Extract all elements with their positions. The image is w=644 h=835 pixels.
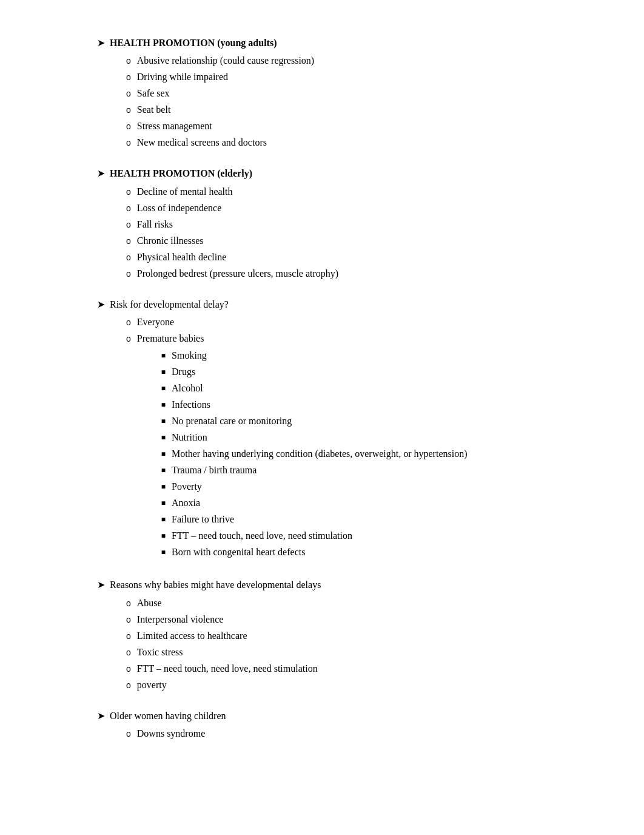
item-text: Abuse xyxy=(137,596,162,610)
level1-label: Reasons why babies might have developmen… xyxy=(110,578,321,592)
level2-list: o Abuse o Interpersonal violence o Limit… xyxy=(126,596,595,692)
item-text: poverty xyxy=(137,678,167,692)
circle-icon: o xyxy=(126,646,131,659)
item-text: Chronic illnesses xyxy=(137,234,204,248)
list-item: ■ Poverty xyxy=(161,479,468,494)
item-text: Driving while impaired xyxy=(137,70,228,84)
list-item: o Stress management xyxy=(126,119,595,134)
section-reasons-developmental-delays: ➤ Reasons why babies might have developm… xyxy=(97,578,595,692)
item-text: Seat belt xyxy=(137,103,171,117)
item-text: Smoking xyxy=(172,348,207,363)
list-item: o Loss of independence xyxy=(126,201,595,215)
list-item: o Seat belt xyxy=(126,103,595,117)
list-item: o Physical health decline xyxy=(126,250,595,265)
item-text: Physical health decline xyxy=(137,250,227,265)
square-icon: ■ xyxy=(161,481,166,492)
list-item: o New medical screens and doctors xyxy=(126,135,595,150)
document-content: ➤ HEALTH PROMOTION (young adults) o Abus… xyxy=(97,36,595,741)
list-item: ■ No prenatal care or monitoring xyxy=(161,414,468,428)
list-item: ■ Nutrition xyxy=(161,430,468,445)
list-item: ■ Anoxia xyxy=(161,496,468,510)
item-with-subitems: Premature babies ■ Smoking ■ Drugs ■ Alc xyxy=(137,331,468,561)
square-icon: ■ xyxy=(161,530,166,541)
circle-icon: o xyxy=(126,104,131,117)
square-icon: ■ xyxy=(161,416,166,427)
list-item: ■ Failure to thrive xyxy=(161,512,468,527)
level1-item: ➤ Risk for developmental delay? xyxy=(97,298,595,311)
list-item: ■ Infections xyxy=(161,397,468,412)
item-text: Anoxia xyxy=(172,496,200,510)
level1-label: Older women having children xyxy=(110,709,226,723)
item-text: New medical screens and doctors xyxy=(137,135,267,150)
level1-label: HEALTH PROMOTION (young adults) xyxy=(110,36,277,50)
level3-list: ■ Smoking ■ Drugs ■ Alcohol ■ xyxy=(161,348,468,559)
list-item: o Chronic illnesses xyxy=(126,234,595,248)
item-text: Born with congenital heart defects xyxy=(172,545,305,559)
square-icon: ■ xyxy=(161,367,166,377)
item-text: Decline of mental health xyxy=(137,184,233,199)
list-item: ■ Drugs xyxy=(161,365,468,379)
level2-list: o Everyone o Premature babies ■ Smoking … xyxy=(126,315,595,561)
section-risk-developmental-delay: ➤ Risk for developmental delay? o Everyo… xyxy=(97,298,595,561)
level1-label: Risk for developmental delay? xyxy=(110,298,229,311)
item-text: Loss of independence xyxy=(137,201,222,215)
arrow-icon: ➤ xyxy=(97,579,105,590)
circle-icon: o xyxy=(126,186,131,198)
circle-icon: o xyxy=(126,268,131,280)
circle-icon: o xyxy=(126,614,131,626)
list-item: o Abuse xyxy=(126,596,595,610)
item-text: Interpersonal violence xyxy=(137,612,224,627)
list-item: o Fall risks xyxy=(126,217,595,232)
circle-icon: o xyxy=(126,251,131,264)
square-icon: ■ xyxy=(161,547,166,558)
item-text: Prolonged bedrest (pressure ulcers, musc… xyxy=(137,266,338,281)
list-item: o Decline of mental health xyxy=(126,184,595,199)
circle-icon: o xyxy=(126,87,131,100)
arrow-icon: ➤ xyxy=(97,167,105,179)
circle-icon: o xyxy=(126,218,131,231)
circle-icon: o xyxy=(126,333,131,345)
circle-icon: o xyxy=(126,202,131,215)
circle-icon: o xyxy=(126,71,131,84)
item-text: Fall risks xyxy=(137,217,173,232)
list-item: o Prolonged bedrest (pressure ulcers, mu… xyxy=(126,266,595,281)
square-icon: ■ xyxy=(161,432,166,443)
item-text: Limited access to healthcare xyxy=(137,629,247,643)
square-icon: ■ xyxy=(161,514,166,525)
list-item: ■ Alcohol xyxy=(161,381,468,396)
item-text: Premature babies xyxy=(137,333,204,343)
list-item: ■ FTT – need touch, need love, need stim… xyxy=(161,529,468,543)
circle-icon: o xyxy=(126,728,131,740)
section-older-women: ➤ Older women having children o Downs sy… xyxy=(97,709,595,741)
item-text: Alcohol xyxy=(172,381,203,396)
circle-icon: o xyxy=(126,679,131,692)
list-item: o Safe sex xyxy=(126,86,595,101)
item-text: Mother having underlying condition (diab… xyxy=(172,447,467,461)
circle-icon: o xyxy=(126,597,131,610)
item-text: Downs syndrome xyxy=(137,726,205,741)
square-icon: ■ xyxy=(161,350,166,361)
circle-icon: o xyxy=(126,235,131,248)
item-text: Stress management xyxy=(137,119,212,134)
level1-item: ➤ Older women having children xyxy=(97,709,595,723)
list-item: o poverty xyxy=(126,678,595,692)
circle-icon: o xyxy=(126,137,131,149)
section-health-promotion-young: ➤ HEALTH PROMOTION (young adults) o Abus… xyxy=(97,36,595,150)
list-item: o Limited access to healthcare xyxy=(126,629,595,643)
item-text: Drugs xyxy=(172,365,195,379)
item-text: FTT – need touch, need love, need stimul… xyxy=(172,529,352,543)
list-item: o FTT – need touch, need love, need stim… xyxy=(126,661,595,676)
square-icon: ■ xyxy=(161,399,166,410)
arrow-icon: ➤ xyxy=(97,710,105,722)
item-text: Nutrition xyxy=(172,430,207,445)
item-text: Infections xyxy=(172,397,210,412)
square-icon: ■ xyxy=(161,465,166,476)
section-health-promotion-elderly: ➤ HEALTH PROMOTION (elderly) o Decline o… xyxy=(97,167,595,280)
level2-list: o Downs syndrome xyxy=(126,726,595,741)
item-text: Poverty xyxy=(172,479,202,494)
square-icon: ■ xyxy=(161,383,166,394)
list-item: ■ Born with congenital heart defects xyxy=(161,545,468,559)
level2-list: o Abusive relationship (could cause regr… xyxy=(126,53,595,150)
circle-icon: o xyxy=(126,55,131,67)
list-item: ■ Smoking xyxy=(161,348,468,363)
